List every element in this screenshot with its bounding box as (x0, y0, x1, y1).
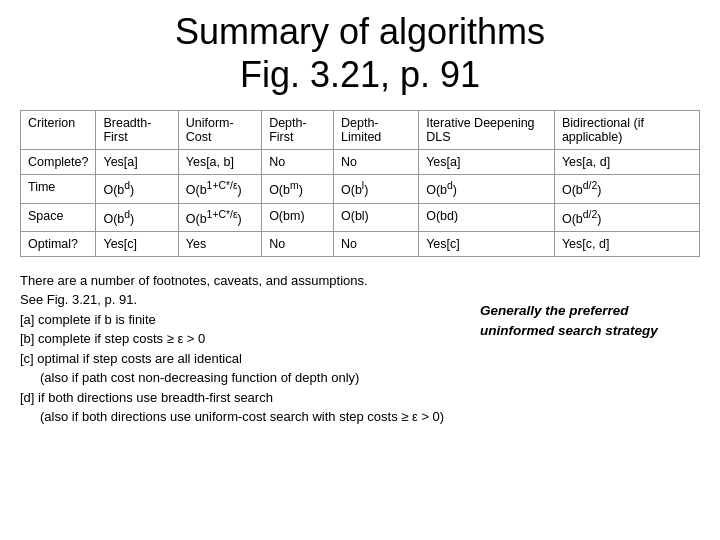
cell-complete-bf: Yes[a] (96, 150, 178, 175)
cell-optimal-bi: Yes[c, d] (554, 231, 699, 256)
cell-optimal-uc: Yes (178, 231, 261, 256)
row-label-complete: Complete? (21, 150, 96, 175)
cell-optimal-dl: No (334, 231, 419, 256)
cell-complete-uc: Yes[a, b] (178, 150, 261, 175)
table-row-time: Time O(bd) O(b1+C*/ε) O(bm) O(bl) O(bd) … (21, 175, 700, 203)
cell-time-bi: O(bd/2) (554, 175, 699, 203)
row-label-time: Time (21, 175, 96, 203)
col-depth-limited: Depth-Limited (334, 111, 419, 150)
cell-space-ids: O(bd) (419, 203, 555, 231)
footnote-d-sub: (also if both directions use uniform-cos… (20, 407, 460, 427)
cell-space-df: O(bm) (262, 203, 334, 231)
footnote-ref: See Fig. 3.21, p. 91. (20, 290, 460, 310)
cell-space-uc: O(b1+C*/ε) (178, 203, 261, 231)
footnote-b: [b] complete if step costs ≥ ε > 0 (20, 329, 460, 349)
table-row-optimal: Optimal? Yes[c] Yes No No Yes[c] Yes[c, … (21, 231, 700, 256)
col-uniform-cost: Uniform-Cost (178, 111, 261, 150)
page-title: Summary of algorithms Fig. 3.21, p. 91 (20, 10, 700, 96)
cell-optimal-ids: Yes[c] (419, 231, 555, 256)
footnote-d: [d] if both directions use breadth-first… (20, 388, 460, 408)
cell-time-df: O(bm) (262, 175, 334, 203)
table-row-space: Space O(bd) O(b1+C*/ε) O(bm) O(bl) O(bd)… (21, 203, 700, 231)
footnote-c-sub: (also if path cost non-decreasing functi… (20, 368, 460, 388)
cell-complete-bi: Yes[a, d] (554, 150, 699, 175)
footnotes-text: There are a number of footnotes, caveats… (20, 271, 460, 427)
footnote-a: [a] complete if b is finite (20, 310, 460, 330)
cell-space-bf: O(bd) (96, 203, 178, 231)
cell-time-bf: O(bd) (96, 175, 178, 203)
footnotes-section: There are a number of footnotes, caveats… (20, 271, 700, 427)
callout-box: Generally the preferred uninformed searc… (480, 271, 700, 342)
col-bidirectional: Bidirectional (if applicable) (554, 111, 699, 150)
col-iterative: Iterative Deepening DLS (419, 111, 555, 150)
row-label-space: Space (21, 203, 96, 231)
col-criterion: Criterion (21, 111, 96, 150)
row-label-optimal: Optimal? (21, 231, 96, 256)
footnote-c: [c] optimal if step costs are all identi… (20, 349, 460, 369)
cell-optimal-df: No (262, 231, 334, 256)
table-row-complete: Complete? Yes[a] Yes[a, b] No No Yes[a] … (21, 150, 700, 175)
table-header-row: Criterion Breadth-First Uniform-Cost Dep… (21, 111, 700, 150)
cell-time-dl: O(bl) (334, 175, 419, 203)
cell-time-uc: O(b1+C*/ε) (178, 175, 261, 203)
cell-complete-df: No (262, 150, 334, 175)
algorithm-table: Criterion Breadth-First Uniform-Cost Dep… (20, 110, 700, 256)
cell-time-ids: O(bd) (419, 175, 555, 203)
callout-text: Generally the preferred uninformed searc… (480, 301, 700, 342)
cell-complete-dl: No (334, 150, 419, 175)
col-breadth-first: Breadth-First (96, 111, 178, 150)
footnote-intro: There are a number of footnotes, caveats… (20, 271, 460, 291)
cell-space-dl: O(bl) (334, 203, 419, 231)
cell-space-bi: O(bd/2) (554, 203, 699, 231)
col-depth-first: Depth-First (262, 111, 334, 150)
cell-optimal-bf: Yes[c] (96, 231, 178, 256)
cell-complete-ids: Yes[a] (419, 150, 555, 175)
